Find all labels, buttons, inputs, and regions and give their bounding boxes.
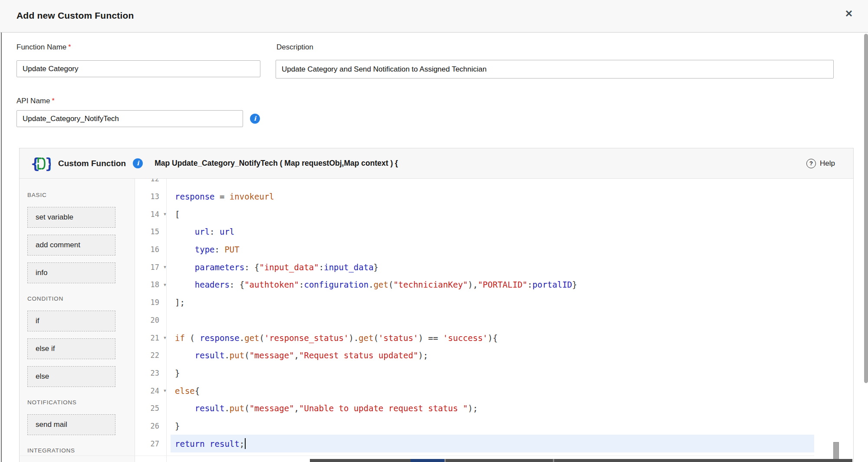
api-name-input[interactable] — [16, 110, 243, 127]
fold-arrow-icon[interactable]: ▾ — [159, 282, 171, 288]
required-asterisk: * — [68, 43, 71, 51]
line-number: 21 — [135, 334, 159, 342]
code-line-23[interactable]: 23} — [135, 364, 814, 382]
line-number: 16 — [135, 245, 159, 254]
code-text[interactable]: } — [171, 417, 814, 435]
palette-button-send-mail[interactable]: send mail — [27, 414, 115, 435]
fold-arrow-icon[interactable]: ▾ — [159, 211, 171, 217]
description-label-text: Description — [276, 43, 313, 51]
palette-button-if[interactable]: if — [27, 311, 115, 331]
code-line-24[interactable]: 24▾else{ — [135, 382, 814, 400]
editor-bottom-border — [20, 455, 814, 456]
code-line-14[interactable]: 14▾[ — [135, 205, 814, 223]
page-vertical-scrollbar[interactable] — [864, 34, 868, 383]
code-editor[interactable]: 1213response = invokeurl14▾[15 url: url1… — [135, 170, 814, 452]
svg-text:}: } — [45, 155, 51, 172]
code-text[interactable]: headers: {"authtoken":configuration.get(… — [171, 276, 814, 294]
required-asterisk: * — [52, 97, 54, 105]
palette-section-notifications: NOTIFICATIONS — [27, 399, 135, 406]
palette-button-info[interactable]: info — [27, 262, 115, 283]
code-line-27[interactable]: 27return result; — [135, 435, 814, 452]
code-text[interactable]: result.put("message","Unable to update r… — [171, 400, 814, 417]
palette-section-condition: CONDITION — [27, 295, 135, 302]
code-text[interactable]: [ — [171, 205, 814, 223]
help-question-icon: ? — [806, 159, 816, 168]
code-text[interactable]: } — [171, 364, 814, 382]
code-text[interactable] — [171, 311, 814, 329]
code-line-13[interactable]: 13response = invokeurl — [135, 188, 814, 206]
snippet-palette-sidebar: BASICset variableadd commentinfoCONDITIO… — [20, 179, 135, 462]
deluge-function-icon: { } — [31, 155, 51, 172]
api-name-label-text: API Name — [16, 97, 50, 105]
code-text[interactable]: parameters: {"input_data":input_data} — [171, 258, 814, 276]
editor-panel-header: { } Custom Function i Map Update_Categor… — [20, 148, 853, 179]
close-icon[interactable]: ✕ — [841, 6, 857, 22]
function-name-label: Function Name* — [16, 43, 71, 52]
line-number: 14 — [135, 210, 159, 219]
function-name-label-text: Function Name — [16, 43, 66, 51]
fold-arrow-icon[interactable]: ▾ — [159, 335, 171, 341]
line-number: 23 — [135, 369, 159, 377]
code-line-18[interactable]: 18▾ headers: {"authtoken":configuration.… — [135, 276, 814, 294]
save-button-sliver[interactable] — [411, 459, 444, 462]
line-number: 15 — [135, 227, 159, 236]
code-text[interactable]: url: url — [171, 223, 814, 241]
palette-button-add-comment[interactable]: add comment — [27, 235, 115, 256]
code-text[interactable]: result.put("message","Request status upd… — [171, 347, 814, 364]
line-number: 13 — [135, 192, 159, 201]
code-text[interactable]: else{ — [171, 382, 814, 400]
line-number: 22 — [135, 351, 159, 360]
code-line-16[interactable]: 16 type: PUT — [135, 241, 814, 259]
text-cursor — [245, 438, 246, 449]
fold-arrow-icon[interactable]: ▾ — [159, 388, 171, 393]
line-number: 24 — [135, 387, 159, 395]
line-number: 27 — [135, 439, 159, 448]
palette-button-set-variable[interactable]: set variable — [27, 207, 115, 228]
api-name-info-icon[interactable]: i — [250, 114, 260, 124]
line-number: 26 — [135, 422, 159, 430]
function-signature: Map Update_Category_NotifyTech ( Map req… — [155, 159, 398, 168]
palette-button-else-if[interactable]: else if — [27, 338, 115, 359]
line-number: 18 — [135, 280, 159, 289]
custom-function-panel: { } Custom Function i Map Update_Categor… — [19, 148, 854, 462]
help-button[interactable]: ? Help — [806, 159, 835, 168]
palette-section-integrations: INTEGRATIONS — [27, 447, 135, 454]
custom-function-info-icon[interactable]: i — [133, 158, 143, 168]
code-text[interactable]: if ( response.get('response_status').get… — [171, 329, 814, 347]
code-line-26[interactable]: 26} — [135, 417, 814, 435]
palette-button-else[interactable]: else — [27, 366, 115, 387]
code-text[interactable]: ]; — [171, 294, 814, 311]
code-line-20[interactable]: 20 — [135, 311, 814, 329]
gutter-divider — [166, 179, 167, 462]
description-input[interactable] — [276, 60, 834, 79]
api-name-label: API Name* — [16, 97, 55, 105]
button-divider — [444, 459, 446, 462]
dialog-left-edge — [1, 7, 2, 462]
help-label: Help — [820, 159, 835, 168]
bottom-cutoff-buttons-strip — [310, 459, 852, 462]
description-label: Description — [276, 43, 313, 52]
code-line-21[interactable]: 21▾if ( response.get('response_status').… — [135, 329, 814, 347]
code-text[interactable]: type: PUT — [171, 241, 814, 259]
button-divider — [553, 459, 554, 462]
code-text[interactable]: return result; — [171, 435, 814, 452]
fold-arrow-icon[interactable]: ▾ — [159, 264, 171, 270]
code-line-22[interactable]: 22 result.put("message","Request status … — [135, 347, 814, 364]
panel-title: Custom Function — [58, 159, 126, 168]
line-number: 20 — [135, 316, 159, 324]
palette-section-basic: BASIC — [27, 192, 135, 198]
code-line-15[interactable]: 15 url: url — [135, 223, 814, 241]
function-name-input[interactable] — [16, 60, 260, 77]
code-line-25[interactable]: 25 result.put("message","Unable to updat… — [135, 400, 814, 417]
line-number: 19 — [135, 298, 159, 307]
code-line-19[interactable]: 19]; — [135, 294, 814, 311]
dialog-title: Add new Custom Function — [16, 10, 134, 21]
line-number: 25 — [135, 404, 159, 413]
code-text[interactable]: response = invokeurl — [171, 188, 814, 206]
line-number: 17 — [135, 263, 159, 272]
dialog-header: Add new Custom Function ✕ — [0, 0, 868, 33]
code-line-17[interactable]: 17▾ parameters: {"input_data":input_data… — [135, 258, 814, 276]
